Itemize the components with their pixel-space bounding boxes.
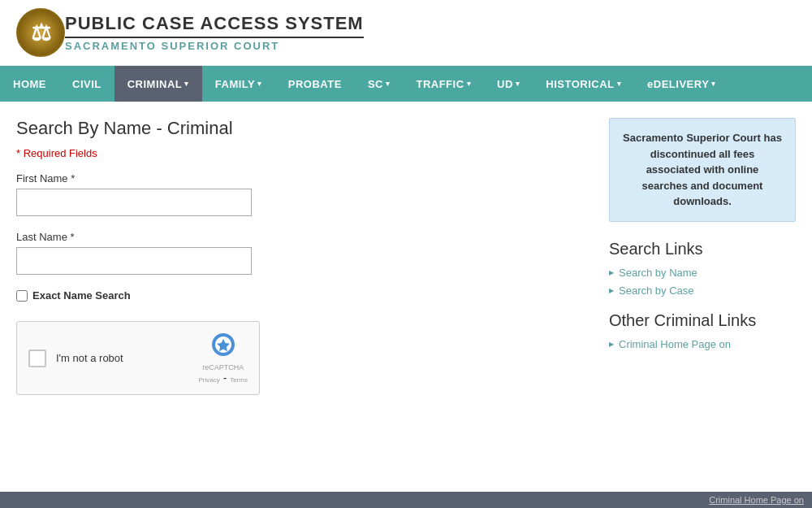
last-name-label: Last Name *	[16, 231, 585, 243]
nav-ud[interactable]: UD ▾	[484, 66, 533, 102]
notice-box: Sacramento Superior Court has discontinu…	[609, 118, 796, 222]
recaptcha-widget[interactable]: I'm not a robot reCAPTCHA Privacy - Term…	[16, 321, 260, 395]
other-links-title: Other Criminal Links	[609, 311, 796, 330]
recaptcha-brand-label: reCAPTCHA	[202, 363, 244, 371]
required-note: * Required Fields	[16, 147, 585, 159]
first-name-input[interactable]	[16, 189, 252, 216]
site-subtitle: SACRAMENTO SUPERIOR COURT	[65, 40, 364, 52]
main-container: Search By Name - Criminal * Required Fie…	[0, 102, 812, 411]
chevron-down-icon: ▾	[386, 80, 391, 88]
court-seal: ⚖	[16, 8, 65, 57]
search-by-case-link[interactable]: Search by Case	[609, 284, 796, 297]
search-links-title: Search Links	[609, 240, 796, 258]
nav-home[interactable]: HOME	[0, 66, 59, 102]
nav-historical[interactable]: HISTORICAL ▾	[533, 66, 634, 102]
content-area: Search By Name - Criminal * Required Fie…	[16, 118, 585, 395]
site-title: PUBLIC CASE ACCESS SYSTEM	[65, 13, 364, 38]
nav-criminal[interactable]: CRIMINAL ▾	[114, 66, 202, 102]
chevron-down-icon: ▾	[467, 80, 472, 88]
search-by-name-link[interactable]: Search by Name	[609, 267, 796, 279]
last-name-group: Last Name *	[16, 231, 585, 275]
main-nav: HOME CIVIL CRIMINAL ▾ FAMILY ▾ PROBATE S…	[0, 66, 812, 102]
chevron-down-icon: ▾	[617, 80, 622, 88]
nav-traffic[interactable]: TRAFFIC ▾	[403, 66, 484, 102]
chevron-down-icon: ▾	[711, 80, 716, 88]
criminal-home-link[interactable]: Criminal Home Page on	[609, 338, 796, 350]
nav-civil[interactable]: CIVIL	[59, 66, 114, 102]
recaptcha-privacy-link[interactable]: Privacy	[199, 376, 220, 384]
chevron-down-icon: ▾	[257, 80, 262, 88]
site-header: ⚖ PUBLIC CASE ACCESS SYSTEM SACRAMENTO S…	[0, 0, 812, 66]
page-title: Search By Name - Criminal	[16, 118, 585, 139]
exact-name-checkbox[interactable]	[16, 290, 28, 302]
last-name-input[interactable]	[16, 247, 252, 275]
recaptcha-logo-icon	[210, 332, 236, 362]
exact-name-group: Exact Name Search	[16, 289, 585, 302]
chevron-down-icon: ▾	[184, 80, 189, 88]
recaptcha-checkbox[interactable]	[28, 350, 46, 367]
nav-family[interactable]: FAMILY ▾	[202, 66, 275, 102]
header-text: PUBLIC CASE ACCESS SYSTEM SACRAMENTO SUP…	[65, 13, 364, 52]
nav-edelivery[interactable]: eDELIVERY ▾	[634, 66, 729, 102]
exact-name-label[interactable]: Exact Name Search	[32, 289, 131, 302]
first-name-label: First Name *	[16, 172, 585, 185]
nav-sc[interactable]: SC ▾	[355, 66, 404, 102]
first-name-group: First Name *	[16, 172, 585, 216]
recaptcha-label: I'm not a robot	[56, 352, 123, 364]
recaptcha-terms-link[interactable]: Terms	[230, 376, 248, 384]
nav-probate[interactable]: PROBATE	[275, 66, 355, 102]
sidebar: Sacramento Superior Court has discontinu…	[609, 118, 796, 395]
chevron-down-icon: ▾	[516, 80, 520, 88]
